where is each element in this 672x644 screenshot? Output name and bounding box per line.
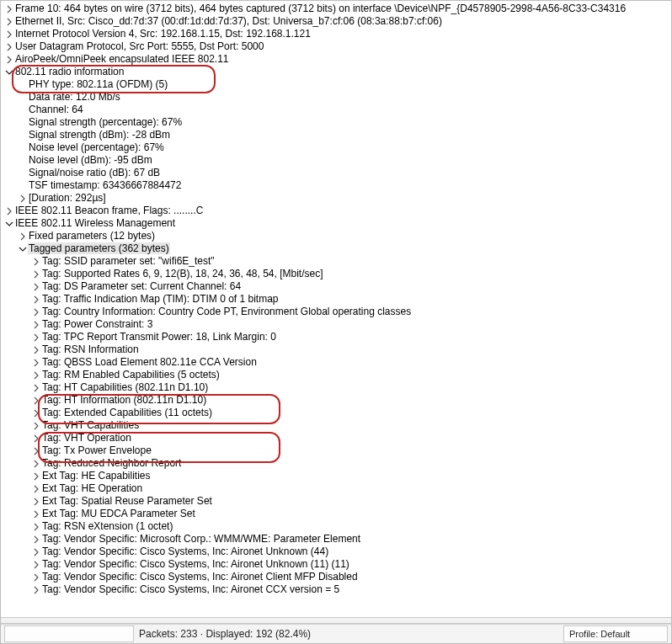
expand-icon[interactable] xyxy=(31,482,41,495)
tree-row[interactable]: 802.11 radio information xyxy=(4,66,669,78)
packet-details-tree[interactable]: Frame 10: 464 bytes on wire (3712 bits),… xyxy=(1,1,671,617)
expand-icon[interactable] xyxy=(4,15,14,28)
expand-icon[interactable] xyxy=(31,356,41,369)
expand-icon[interactable] xyxy=(4,40,14,53)
tree-row[interactable]: Tag: Vendor Specific: Microsoft Corp.: W… xyxy=(4,533,669,546)
tree-row[interactable]: Frame 10: 464 bytes on wire (3712 bits),… xyxy=(4,3,669,15)
tree-row[interactable]: ·PHY type: 802.11a (OFDM) (5) xyxy=(4,78,669,91)
tree-row[interactable]: Ethernet II, Src: Cisco_dd:7d:37 (00:df:… xyxy=(4,15,669,28)
tree-row[interactable]: Tag: Vendor Specific: Cisco Systems, Inc… xyxy=(4,546,669,558)
tag-label: Tag: Vendor Specific: Cisco Systems, Inc… xyxy=(41,571,359,583)
expand-icon[interactable] xyxy=(31,381,41,394)
tree-row[interactable]: AiroPeek/OmniPeek encapsulated IEEE 802.… xyxy=(4,53,669,66)
expand-icon[interactable] xyxy=(31,444,41,457)
tag-label: Tag: VHT Operation xyxy=(41,432,132,444)
tree-row[interactable]: Tagged parameters (362 bytes) xyxy=(4,242,669,255)
tree-row[interactable]: Tag: Vendor Specific: Cisco Systems, Inc… xyxy=(4,571,669,583)
tree-row[interactable]: Tag: Tx Power Envelope xyxy=(4,444,669,457)
collapse-icon[interactable] xyxy=(18,242,28,255)
tree-row[interactable]: Tag: RM Enabled Capabilities (5 octets) xyxy=(4,369,669,381)
expand-icon[interactable] xyxy=(31,583,41,596)
tree-row[interactable]: Tag: SSID parameter set: "wifi6E_test" xyxy=(4,255,669,268)
tag-label: Ext Tag: Spatial Reuse Parameter Set xyxy=(41,495,213,507)
tree-row[interactable]: Tag: RSN eXtension (1 octet) xyxy=(4,520,669,533)
tree-row[interactable]: ·Signal/noise ratio (dB): 67 dB xyxy=(4,167,669,179)
expand-icon[interactable] xyxy=(31,343,41,356)
status-profile[interactable]: Profile: Default xyxy=(563,625,668,642)
tree-row[interactable]: Ext Tag: MU EDCA Parameter Set xyxy=(4,508,669,520)
expand-icon[interactable] xyxy=(4,53,14,66)
expand-icon[interactable] xyxy=(31,533,41,546)
tree-row[interactable]: Tag: HT Capabilities (802.11n D1.10) xyxy=(4,381,669,394)
status-left xyxy=(4,625,134,642)
tree-row[interactable]: Tag: TPC Report Transmit Power: 18, Link… xyxy=(4,331,669,343)
collapse-icon[interactable] xyxy=(4,217,14,230)
tree-row[interactable]: Tag: RSN Information xyxy=(4,343,669,356)
tree-row[interactable]: ·Signal strength (dBm): -28 dBm xyxy=(4,129,669,141)
tag-label: Tag: Power Constraint: 3 xyxy=(41,318,153,330)
tag-label: Ext Tag: MU EDCA Parameter Set xyxy=(41,508,196,519)
tree-row[interactable]: ·Data rate: 12.0 Mb/s xyxy=(4,91,669,104)
expand-icon[interactable] xyxy=(31,520,41,533)
tree-row[interactable]: Tag: Reduced Neighbor Report xyxy=(4,457,669,470)
expand-icon[interactable] xyxy=(31,419,41,432)
tree-row[interactable]: Fixed parameters (12 bytes) xyxy=(4,230,669,242)
expand-icon[interactable] xyxy=(31,508,41,520)
expand-icon[interactable] xyxy=(31,369,41,381)
expand-icon[interactable] xyxy=(31,268,41,280)
expand-icon[interactable] xyxy=(31,571,41,583)
expand-icon[interactable] xyxy=(31,495,41,508)
expand-icon[interactable] xyxy=(31,293,41,306)
expand-icon[interactable] xyxy=(4,28,14,40)
expand-icon[interactable] xyxy=(31,546,41,558)
tag-label: Ext Tag: HE Capabilities xyxy=(41,470,152,482)
tree-row[interactable]: Ext Tag: HE Operation xyxy=(4,482,669,495)
expand-icon[interactable] xyxy=(31,558,41,571)
tree-row[interactable]: IEEE 802.11 Beacon frame, Flags: .......… xyxy=(4,205,669,217)
tree-row[interactable]: Tag: DS Parameter set: Current Channel: … xyxy=(4,280,669,293)
expand-icon[interactable] xyxy=(31,318,41,331)
expand-icon[interactable] xyxy=(31,394,41,407)
expand-icon[interactable] xyxy=(18,230,28,242)
tree-row[interactable]: IEEE 802.11 Wireless Management xyxy=(4,217,669,230)
tree-row[interactable]: Tag: VHT Capabilities xyxy=(4,419,669,432)
tree-row[interactable]: Tag: Traffic Indication Map (TIM): DTIM … xyxy=(4,293,669,306)
expand-icon[interactable] xyxy=(4,3,14,15)
tree-row[interactable]: User Datagram Protocol, Src Port: 5555, … xyxy=(4,40,669,53)
tag-label: Tag: DS Parameter set: Current Channel: … xyxy=(41,280,242,292)
tree-row[interactable]: Tag: Vendor Specific: Cisco Systems, Inc… xyxy=(4,558,669,571)
expand-icon[interactable] xyxy=(31,432,41,444)
tree-row[interactable]: Tag: Extended Capabilities (11 octets) xyxy=(4,407,669,419)
tree-row[interactable]: Tag: VHT Operation xyxy=(4,432,669,444)
collapse-icon[interactable] xyxy=(4,66,14,78)
pane-splitter[interactable] xyxy=(1,617,671,624)
tree-row[interactable]: ·Channel: 64 xyxy=(4,104,669,116)
tree-row[interactable]: Ext Tag: Spatial Reuse Parameter Set xyxy=(4,495,669,508)
tree-row[interactable]: [Duration: 292µs] xyxy=(4,192,669,205)
tree-row[interactable]: Tag: Vendor Specific: Cisco Systems, Inc… xyxy=(4,583,669,596)
expand-icon[interactable] xyxy=(31,255,41,268)
tag-label: Tag: HT Information (802.11n D1.10) xyxy=(41,394,207,406)
tree-row[interactable]: Tag: Supported Rates 6, 9, 12(B), 18, 24… xyxy=(4,268,669,280)
tree-row[interactable]: Tag: Power Constraint: 3 xyxy=(4,318,669,331)
tree-row[interactable]: Internet Protocol Version 4, Src: 192.16… xyxy=(4,28,669,40)
status-packets: Packets: 233 · Displayed: 192 (82.4%) xyxy=(139,628,563,640)
tree-row[interactable]: Ext Tag: HE Capabilities xyxy=(4,470,669,482)
expand-icon[interactable] xyxy=(18,192,28,205)
expand-icon[interactable] xyxy=(31,331,41,343)
tree-row[interactable]: ·Noise level (dBm): -95 dBm xyxy=(4,154,669,167)
tag-label: Tag: QBSS Load Element 802.11e CCA Versi… xyxy=(41,356,258,368)
expand-icon[interactable] xyxy=(31,280,41,293)
expand-icon[interactable] xyxy=(31,306,41,318)
tree-row[interactable]: ·Signal strength (percentage): 67% xyxy=(4,116,669,129)
tree-row[interactable]: Tag: QBSS Load Element 802.11e CCA Versi… xyxy=(4,356,669,369)
expand-icon[interactable] xyxy=(4,205,14,217)
expand-icon[interactable] xyxy=(31,407,41,419)
expand-icon[interactable] xyxy=(31,470,41,482)
tree-row[interactable]: Tag: Country Information: Country Code P… xyxy=(4,306,669,318)
tree-row[interactable]: ·Noise level (percentage): 67% xyxy=(4,141,669,154)
expand-icon[interactable] xyxy=(31,457,41,470)
tag-label: Tag: Extended Capabilities (11 octets) xyxy=(41,407,213,418)
tree-row[interactable]: Tag: HT Information (802.11n D1.10) xyxy=(4,394,669,407)
tree-row[interactable]: ·TSF timestamp: 63436667884472 xyxy=(4,179,669,192)
